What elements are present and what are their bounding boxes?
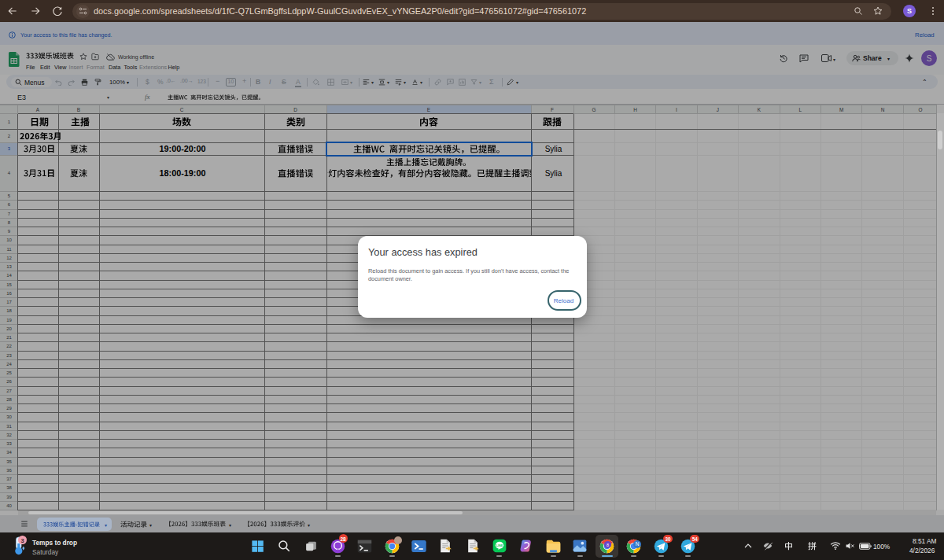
svg-text:LINE: LINE (496, 544, 503, 547)
svg-text:N: N (635, 541, 639, 547)
svg-text:8: 8 (607, 543, 609, 547)
